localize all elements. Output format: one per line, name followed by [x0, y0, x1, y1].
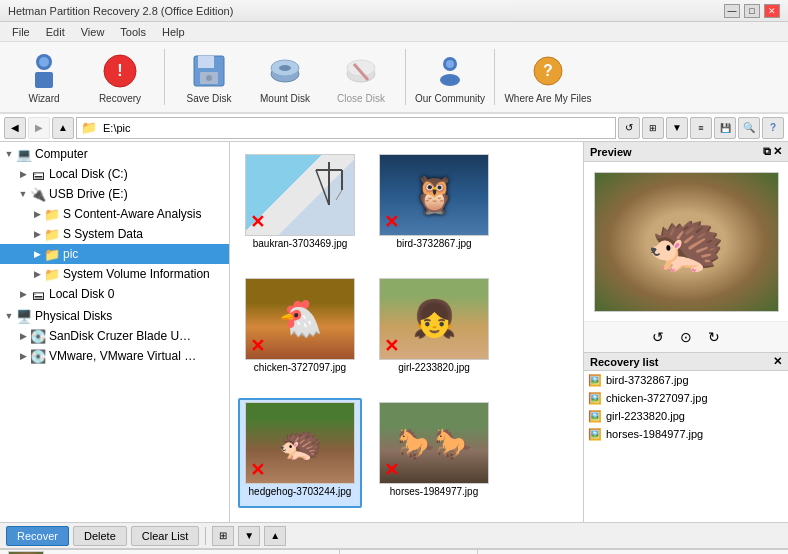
tree-item-system-data[interactable]: ▶ 📁 S System Data [0, 224, 229, 244]
tree-item-pic[interactable]: ▶ 📁 pic [0, 244, 229, 264]
physical-disks-icon: 🖥️ [16, 308, 32, 324]
clear-list-button[interactable]: Clear List [131, 526, 199, 546]
menu-file[interactable]: File [4, 24, 38, 40]
tree-item-physical-disks[interactable]: ▼ 🖥️ Physical Disks [0, 306, 229, 326]
tree-item-sandisk[interactable]: ▶ 💽 SanDisk Cruzer Blade USB Device [0, 326, 229, 346]
tree-label-usb-e: USB Drive (E:) [49, 187, 128, 201]
folder-sysvolume-icon: 📁 [44, 266, 60, 282]
preview-close-button[interactable]: ✕ [773, 145, 782, 158]
delete-button[interactable]: Delete [73, 526, 127, 546]
search-button[interactable]: 🔍 [738, 117, 760, 139]
tree-item-usb-e[interactable]: ▼ 🔌 USB Drive (E:) [0, 184, 229, 204]
up-button[interactable]: ▲ [52, 117, 74, 139]
preview-controls: ↺ ⊙ ↻ [584, 322, 788, 353]
minimize-button[interactable]: — [724, 4, 740, 18]
close-disk-label: Close Disk [337, 93, 385, 104]
expand-usb-e[interactable]: ▼ [16, 187, 30, 201]
menu-help[interactable]: Help [154, 24, 193, 40]
expand-local-0[interactable]: ▶ [16, 287, 30, 301]
bottom-toolbar: Recover Delete Clear List ⊞ ▼ ▲ [0, 522, 788, 548]
expand-system-data[interactable]: ▶ [30, 227, 44, 241]
file-thumb-hedgehog[interactable]: 🦔 ✕ hedgehog-3703244.jpg [238, 398, 362, 508]
delete-marker-chicken: ✕ [250, 335, 265, 357]
address-bar: ◀ ▶ ▲ 📁 ↺ ⊞ ▼ ≡ 💾 🔍 ? [0, 114, 788, 142]
sort-button[interactable]: ⊞ [212, 526, 234, 546]
rotate-left-button[interactable]: ↺ [647, 326, 669, 348]
status-bar: 🦔 hedgehog-3703244.jpg JPEG Image Date m… [0, 548, 788, 554]
recovery-list-close-button[interactable]: ✕ [773, 355, 782, 368]
tree-item-local-c[interactable]: ▶ 🖴 Local Disk (C:) [0, 164, 229, 184]
expand-local-c[interactable]: ▶ [16, 167, 30, 181]
file-thumb-chicken[interactable]: 🐔 ✕ chicken-3727097.jpg [238, 274, 362, 384]
file-thumb-girl[interactable]: 👧 ✕ girl-2233820.jpg [372, 274, 496, 384]
refresh-button[interactable]: ↺ [618, 117, 640, 139]
menu-tools[interactable]: Tools [112, 24, 154, 40]
close-button[interactable]: ✕ [764, 4, 780, 18]
list-view-button[interactable]: ≡ [690, 117, 712, 139]
computer-icon: 💻 [16, 146, 32, 162]
svg-line-22 [316, 170, 329, 205]
preview-image-content: 🦔 [595, 173, 778, 311]
close-disk-button[interactable]: Close Disk [325, 45, 397, 109]
tree-label-physical-disks: Physical Disks [35, 309, 112, 323]
svg-point-2 [39, 57, 49, 67]
expand-sandisk[interactable]: ▶ [16, 329, 30, 343]
preview-undock-button[interactable]: ⧉ [763, 145, 771, 158]
recover-button[interactable]: Recover [6, 526, 69, 546]
delete-marker-bird: ✕ [384, 211, 399, 233]
tree-item-system-volume[interactable]: ▶ 📁 System Volume Information [0, 264, 229, 284]
community-label: Our Community [415, 93, 485, 104]
svg-point-8 [206, 75, 212, 81]
tree-item-content-aware[interactable]: ▶ 📁 S Content-Aware Analysis [0, 204, 229, 224]
forward-button[interactable]: ▶ [28, 117, 50, 139]
file-view: ✕ baukran-3703469.jpg 🦉 ✕ bird-3732867.j… [230, 142, 583, 522]
rotate-right-button[interactable]: ↻ [703, 326, 725, 348]
recovery-item-girl[interactable]: 🖼️ girl-2233820.jpg [584, 407, 788, 425]
expand-physical[interactable]: ▼ [2, 309, 16, 323]
arrow-down-button[interactable]: ▼ [238, 526, 260, 546]
menu-view[interactable]: View [73, 24, 113, 40]
back-button[interactable]: ◀ [4, 117, 26, 139]
tree-label-content-aware: S Content-Aware Analysis [63, 207, 202, 221]
filter-button[interactable]: ▼ [666, 117, 688, 139]
svg-rect-1 [35, 72, 53, 88]
help-button[interactable]: ? [762, 117, 784, 139]
tree-item-computer[interactable]: ▼ 💻 Computer [0, 144, 229, 164]
where-files-button[interactable]: ? Where Are My Files [503, 45, 593, 109]
file-thumb-horses[interactable]: 🐎🐎 ✕ horses-1984977.jpg [372, 398, 496, 508]
delete-marker-baukran: ✕ [250, 211, 265, 233]
main-area: ▼ 💻 Computer ▶ 🖴 Local Disk (C:) ▼ 🔌 USB… [0, 142, 788, 522]
file-thumb-bird[interactable]: 🦉 ✕ bird-3732867.jpg [372, 150, 496, 260]
mount-disk-button[interactable]: Mount Disk [249, 45, 321, 109]
expand-vmware[interactable]: ▶ [16, 349, 30, 363]
thumb-image-chicken: 🐔 ✕ [245, 278, 355, 360]
toolbar-separator-3 [494, 49, 495, 105]
save-view-button[interactable]: 💾 [714, 117, 736, 139]
view-icons-button[interactable]: ⊞ [642, 117, 664, 139]
address-input[interactable] [99, 118, 611, 138]
recovery-item-chicken[interactable]: 🖼️ chicken-3727097.jpg [584, 389, 788, 407]
menu-edit[interactable]: Edit [38, 24, 73, 40]
thumb-image-hedgehog: 🦔 ✕ [245, 402, 355, 484]
expand-computer[interactable]: ▼ [2, 147, 16, 161]
expand-pic[interactable]: ▶ [30, 247, 44, 261]
local-c-icon: 🖴 [30, 166, 46, 182]
arrow-up-button[interactable]: ▲ [264, 526, 286, 546]
recovery-icon: ! [100, 51, 140, 91]
wizard-button[interactable]: Wizard [8, 45, 80, 109]
expand-content-aware[interactable]: ▶ [30, 207, 44, 221]
recovery-item-bird[interactable]: 🖼️ bird-3732867.jpg [584, 371, 788, 389]
save-disk-button[interactable]: Save Disk [173, 45, 245, 109]
community-button[interactable]: Our Community [414, 45, 486, 109]
local-disk0-icon: 🖴 [30, 286, 46, 302]
tree-item-local-disk-0[interactable]: ▶ 🖴 Local Disk 0 [0, 284, 229, 304]
recovery-button[interactable]: ! Recovery [84, 45, 156, 109]
recovery-item-horses[interactable]: 🖼️ horses-1984977.jpg [584, 425, 788, 443]
tree-item-vmware[interactable]: ▶ 💽 VMware, VMware Virtual S SCSI Disk D… [0, 346, 229, 366]
recovery-list: 🖼️ bird-3732867.jpg 🖼️ chicken-3727097.j… [584, 371, 788, 522]
expand-system-volume[interactable]: ▶ [30, 267, 44, 281]
file-thumb-baukran[interactable]: ✕ baukran-3703469.jpg [238, 150, 362, 260]
rotate-reset-button[interactable]: ⊙ [675, 326, 697, 348]
status-dimensions-size: Dimensions: 5465 x 3564 Size: 4.86 MB [340, 550, 478, 554]
maximize-button[interactable]: □ [744, 4, 760, 18]
